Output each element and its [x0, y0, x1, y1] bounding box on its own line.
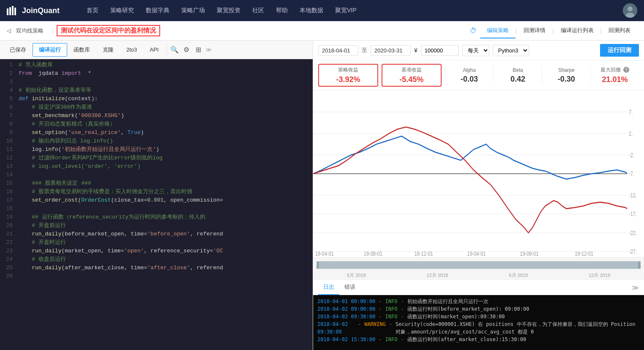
code-line-13: # log.set_level('order', 'error') [19, 162, 313, 171]
code-editor[interactable]: 1 2 3 4 5 6 7 8 9 10 11 12 13 14 15 16 1… [0, 59, 313, 350]
time-slider[interactable] [313, 257, 644, 272]
end-date-input[interactable] [371, 45, 411, 56]
frequency-select[interactable]: 每天 [462, 45, 489, 56]
log-level-3: INFO [385, 313, 398, 320]
svg-text:18-04-01: 18-04-01 [315, 251, 334, 257]
currency-symbol: ¥ [414, 47, 418, 54]
help-icon[interactable]: ? [623, 67, 629, 73]
log-level-5: INFO [385, 336, 398, 343]
code-line-20: # 开盘前运行 [19, 221, 313, 230]
svg-rect-3 [14, 8, 16, 15]
strategy-title: 测试代码在设定区间中的盈利情况 [57, 25, 160, 36]
slider-label-3: 6月 2019 [509, 272, 528, 279]
log-msg-4: Security(code=000001.XSHE) 在 positions 中… [396, 320, 640, 336]
log-line-2: 2018-04-02 09:00:00 - INFO - 函数运行时间(befo… [317, 305, 640, 313]
nav-help[interactable]: 帮助 [276, 7, 288, 14]
code-line-9: set_option('use_real_price', True) [19, 129, 313, 137]
amount-input[interactable] [421, 45, 459, 56]
clone-btn[interactable]: 克隆 [96, 43, 120, 57]
slider-right-handle[interactable] [638, 261, 641, 269]
tab-backtest-detail[interactable]: 回测详情 [517, 23, 552, 38]
code-line-22: # 开盘时运行 [19, 238, 313, 247]
svg-point-6 [626, 13, 634, 18]
nav-local[interactable]: 本地数据 [300, 7, 323, 14]
svg-text:-22.: -22. [629, 230, 637, 237]
back-arrow[interactable]: ◁ [7, 27, 11, 34]
metrics-bar: 策略收益 -3.92% 基准收益 -5.45% Alpha -0.03 Beta… [313, 60, 644, 90]
svg-text:-12.: -12. [629, 192, 637, 199]
compile-run-btn[interactable]: 编译运行 [33, 43, 67, 57]
date-separator: 至 [362, 46, 367, 54]
two-to-three-btn[interactable]: 2to3 [120, 44, 143, 56]
log-line-1: 2018-04-01 00:00:00 - INFO - 初始函数开始运行且全局… [317, 298, 640, 305]
expand-log-icon[interactable]: ≫ [632, 284, 639, 292]
strategy-return-label: 策略收益 [324, 66, 372, 74]
more-icon[interactable]: ≫ [204, 46, 213, 53]
start-date-input[interactable] [318, 45, 358, 56]
slider-left-handle[interactable] [317, 261, 319, 269]
nav-vip[interactable]: 聚宽VIP [335, 7, 357, 14]
beta-value: 0.42 [494, 75, 542, 84]
tab-backtest-list[interactable]: 回测列表 [602, 23, 637, 38]
back-label[interactable]: 双均线策略 [16, 27, 44, 35]
svg-text:2.: 2. [629, 131, 633, 137]
code-line-17: set_order_cost(OrderCost(close_tax=0.001… [19, 196, 313, 205]
alpha-metric: Alpha -0.03 [445, 67, 494, 84]
language-select[interactable]: Python3 [493, 45, 529, 56]
benchmark-return-label: 基准收益 [387, 66, 436, 74]
code-line-25: run_daily(after_market_close, time='afte… [19, 264, 313, 272]
tab-log[interactable]: 日志 [318, 280, 339, 295]
main-content: 已保存 编译运行 函数库 克隆 2to3 API 🔍 ⚙ ⊞ ≫ 1 2 3 4… [0, 41, 644, 350]
alpha-label: Alpha [445, 67, 494, 73]
nav-community[interactable]: 社区 [252, 7, 264, 14]
settings-icon[interactable]: ⚙ [180, 44, 192, 56]
log-content: 2018-04-01 00:00:00 - INFO - 初始函数开始运行且全局… [313, 295, 644, 350]
nav-market[interactable]: 策略广场 [181, 7, 205, 14]
code-line-14 [19, 171, 313, 179]
code-text[interactable]: # 导入函数库 from jqdata import * # 初始化函数，设定基… [15, 59, 313, 350]
grid-icon[interactable]: ⊞ [192, 44, 204, 56]
tab-run-list[interactable]: 编译运行列表 [554, 23, 600, 38]
run-backtest-btn[interactable]: 运行回测 [600, 44, 639, 57]
benchmark-return-metric: 基准收益 -5.45% [382, 64, 442, 87]
slider-track[interactable] [317, 261, 641, 269]
log-line-3: 2018-04-02 09:30:00 - INFO - 函数运行时间(mark… [317, 313, 640, 320]
code-line-5: def initialize(context): [19, 95, 313, 103]
api-btn[interactable]: API [143, 44, 165, 56]
code-line-18 [19, 205, 313, 213]
saved-btn[interactable]: 已保存 [3, 43, 33, 57]
sub-navigation: ◁ 双均线策略 | 测试代码在设定区间中的盈利情况 ⏱ 编辑策略 | 回测详情 … [0, 21, 644, 41]
log-level-2: INFO [385, 305, 398, 313]
nav-strategy[interactable]: 策略研究 [110, 7, 134, 14]
log-line-4: 2018-04-02 09:30:00 - WARNING - Security… [317, 320, 640, 336]
code-line-24: # 收盘后运行 [19, 255, 313, 264]
log-tabs: 日志 错误 ≫ [313, 279, 644, 295]
svg-text:18-12-01: 18-12-01 [415, 251, 433, 257]
nav-home[interactable]: 首页 [87, 7, 98, 14]
user-avatar[interactable] [623, 3, 637, 18]
search-icon[interactable]: 🔍 [169, 44, 180, 56]
log-msg-1: 初始函数开始运行且全局只运行一次 [407, 298, 488, 305]
svg-text:-7.: -7. [629, 171, 634, 178]
log-line-5: 2018-04-02 15:30:00 - INFO - 函数运行时间(afte… [317, 336, 640, 343]
logo[interactable]: JoinQuant [7, 6, 60, 15]
slider-label-4: 12月 2019 [589, 272, 610, 279]
log-level-1: INFO [385, 298, 398, 305]
tab-edit-strategy[interactable]: 编辑策略 [480, 23, 516, 38]
svg-text:19-04-01: 19-04-01 [467, 251, 486, 257]
alpha-value: -0.03 [445, 75, 494, 84]
nav-data[interactable]: 数据字典 [146, 7, 169, 14]
svg-text:-27.: -27. [629, 249, 637, 255]
func-lib-btn[interactable]: 函数库 [67, 43, 96, 57]
log-time-4: 2018-04-02 09:30:00 [317, 320, 355, 336]
code-line-26 [19, 272, 313, 281]
nav-invest[interactable]: 聚宽投资 [217, 7, 240, 14]
performance-chart: 18-04-01 18-08-01 18-12-01 19-04-01 19-0… [313, 90, 644, 257]
svg-rect-0 [7, 8, 8, 15]
slider-label-1: 6月 2018 [347, 272, 366, 279]
code-line-6: # 设定沪深300作为基准 [19, 103, 313, 112]
log-level-4: WARNING [364, 320, 386, 336]
code-line-2: from jqdata import * [19, 69, 313, 78]
tab-error[interactable]: 错误 [339, 280, 360, 295]
line-numbers: 1 2 3 4 5 6 7 8 9 10 11 12 13 14 15 16 1… [0, 59, 15, 350]
